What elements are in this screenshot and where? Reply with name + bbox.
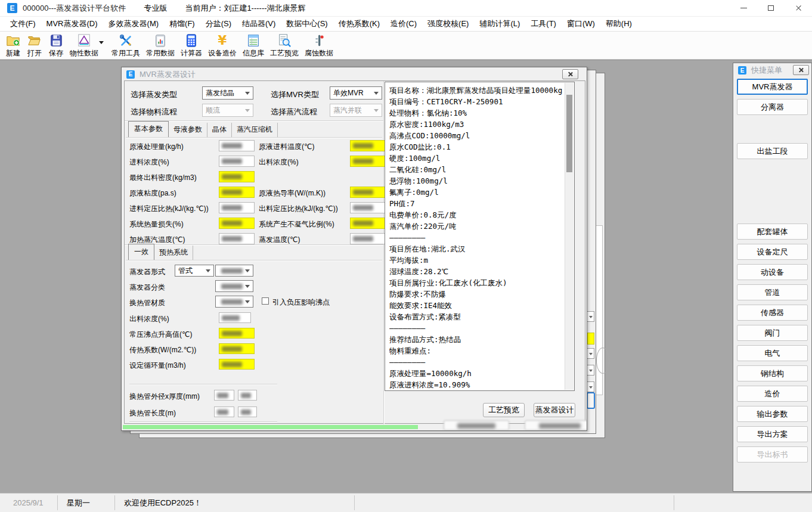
toolbar-common-data-button[interactable]: 常用数据 [143,33,178,58]
menu-item[interactable]: 帮助(H) [600,17,637,31]
quick-menu-button[interactable]: 配套罐体 [737,224,808,240]
menu-item[interactable]: 传热系数(K) [333,17,385,31]
parameter-input[interactable] [219,187,255,198]
toolbar-new-button[interactable]: 新建 [2,33,24,58]
menu-item[interactable]: 精馏(F) [164,17,200,31]
parameter-input[interactable] [219,156,255,167]
menu-item[interactable]: MVR蒸发器(D) [41,17,103,31]
parameter-tab[interactable]: 母液参数 [169,123,207,137]
toolbar-equipment-cost-button[interactable]: ¥ 设备造价 [205,33,240,58]
parameter-input[interactable] [219,202,255,213]
evaporator-class-select[interactable] [215,280,253,292]
parameter-label: 最终出料密度(kg/m3) [129,173,197,183]
dialog-titlebar[interactable]: E MVR蒸发器设计 [122,67,587,81]
tube-material-select[interactable] [215,296,253,308]
quick-menu-button[interactable]: 钢结构 [737,365,808,381]
minimize-button[interactable] [730,0,757,16]
quick-menu-button[interactable]: 出盐工段 [737,143,808,159]
parameter-tab[interactable]: 蒸汽压缩机 [232,123,278,137]
menu-item[interactable]: 多效蒸发器(M) [103,17,165,31]
menu-item[interactable]: 造价(C) [385,17,422,31]
toolbar-save-button[interactable]: 保存 [45,33,67,58]
parameter-input[interactable] [219,171,255,182]
outlet-concentration-input[interactable] [219,312,251,323]
maximize-button[interactable] [757,0,785,16]
parameter-tab[interactable]: 基本参数 [128,121,169,137]
redacted-value [222,174,242,179]
close-button[interactable] [785,0,812,16]
parameter-input[interactable] [219,140,255,151]
dialog-close-button[interactable] [562,69,578,79]
evaporator-form-sub-select[interactable] [215,265,253,277]
quick-menu-button[interactable]: 分离器 [737,99,808,115]
menu-item[interactable]: 窗口(W) [562,17,600,31]
toolbar-common-tools-button[interactable]: 常用工具 [109,33,143,58]
quick-menu-button[interactable]: 电气 [737,345,808,361]
effect-tab[interactable]: 预热系统 [154,246,193,260]
menu-item[interactable]: 分盐(S) [200,17,237,31]
scrollbar-thumb[interactable] [566,95,572,172]
quick-menu-button[interactable]: 动设备 [737,264,808,280]
svg-text:¥: ¥ [218,33,227,48]
boiling-point-rise-input[interactable] [219,328,255,339]
chevron-down-icon [374,109,379,112]
menu-item[interactable]: 强度校核(E) [422,17,474,31]
toolbar-info-library-button[interactable]: 信息库 [240,33,267,58]
mvr-type-select[interactable]: 单效MVR [330,86,382,100]
parameter-input[interactable] [350,218,386,229]
quick-menu-button[interactable]: 阀门 [737,325,808,341]
evaporator-design-button[interactable]: 蒸发器设计 [534,403,575,417]
quick-menu-button[interactable]: 造价 [737,386,808,402]
parameter-input[interactable] [350,187,386,198]
redacted-value [222,236,242,241]
evap-type-select[interactable]: 蒸发结晶 [202,86,253,100]
dropdown-arrow-icon[interactable] [99,41,104,44]
menu-item[interactable]: 文件(F) [5,17,41,31]
heat-transfer-coefficient-input[interactable] [219,343,255,354]
mvr-type-label: 选择MVR类型 [271,89,319,100]
parameter-input[interactable] [350,233,386,244]
parameter-row: 进料定压比热(kJ/(kg.℃)) 出料定压比热(kJ/(kg.℃)) [125,200,383,216]
toolbar-corrosion-data-button[interactable]: 腐蚀数据 [302,33,336,58]
tube-length-input-2[interactable] [238,407,257,417]
divider [383,81,384,424]
quick-menu-button[interactable]: 输出参数 [737,406,808,422]
project-info-line: 原水水质:PH=7，PH合适 [389,390,562,391]
toolbar-calculator-button[interactable]: 计算器 [178,33,205,58]
quick-menu-button[interactable]: 设备定尺 [737,244,808,260]
tube-od-input[interactable] [214,390,234,401]
quick-menu-button[interactable]: MVR蒸发器 [737,79,808,95]
parameter-tab[interactable]: 晶体 [207,123,232,137]
steam-flow-select[interactable]: 蒸汽并联 [330,104,382,117]
menu-item[interactable]: 工具(T) [525,17,562,31]
effect-tab[interactable]: 一效 [128,244,154,260]
toolbar-open-button[interactable]: 打开 [24,33,45,58]
parameter-input[interactable] [219,218,255,229]
menu-item[interactable]: 结晶器(V) [237,17,281,31]
vacuum-effect-checkbox[interactable] [262,297,269,305]
toolbar-process-preview-button[interactable]: 工艺预览 [267,33,302,58]
redacted-value [222,143,242,148]
parameter-input[interactable] [350,140,386,151]
quick-menu-button[interactable]: 导出标书 [737,446,808,463]
parameter-input[interactable] [219,233,255,244]
toolbar-property-data-button[interactable]: 物性数据 [67,33,109,58]
tube-length-input-1[interactable] [214,407,234,417]
material-flow-select[interactable]: 顺流 [202,104,253,117]
menu-item[interactable]: 数据中心(S) [281,17,333,31]
quick-menu-close-button[interactable] [793,65,809,75]
menu-item[interactable]: 辅助计算(L) [474,17,525,31]
circulation-rate-input[interactable] [219,359,255,370]
basic-parameters-section: 原液处理量(kg/h) 原液进料温度(℃) 进料浓度(%) 出料浓度(%) 最终… [125,138,383,247]
parameter-input[interactable] [350,202,386,213]
quick-menu-button[interactable]: 传感器 [737,305,808,321]
quick-menu-button[interactable]: 管道 [737,284,808,300]
info-panel-scrollbar[interactable] [565,83,574,390]
quick-menu-button[interactable]: 导出方案 [737,426,808,442]
project-info-panel[interactable]: 项目名称：湖北康景辉蒸发结晶项目处理量10000kgh项目编号：CET10CRY… [385,82,575,391]
process-preview-button[interactable]: 工艺预览 [483,403,525,417]
redacted-value [353,236,373,241]
tube-thickness-input[interactable] [238,390,257,401]
evaporator-form-select[interactable]: 管式 [175,265,214,277]
parameter-input[interactable] [350,156,386,167]
